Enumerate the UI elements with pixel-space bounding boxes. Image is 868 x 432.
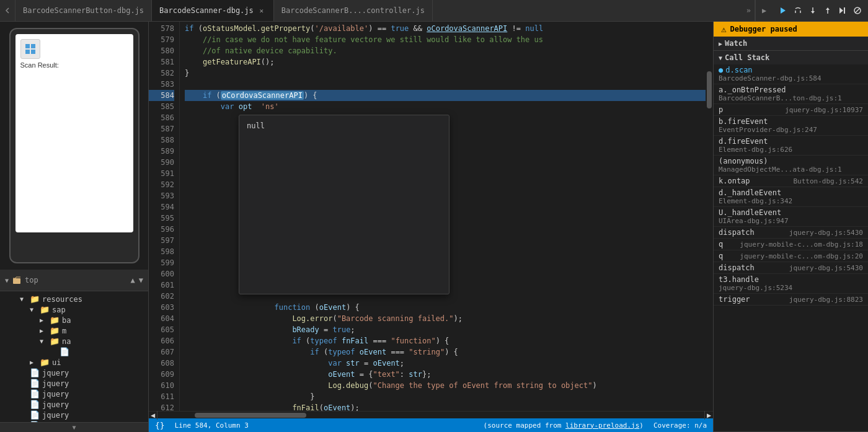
overflow-icon: » [746, 6, 751, 15]
stack-frame-11[interactable]: q jquery-mobile-c...om-dbg.js:20 [714, 250, 868, 262]
stack-frame-14[interactable]: trigger jquery-dbg.js:8823 [714, 294, 868, 306]
scroll-thumb[interactable] [707, 71, 712, 108]
right-panel: ⚠ Debugger paused ▶ Watch ▼ Call Stack [713, 22, 868, 432]
tab-barcode-scanner-controller[interactable]: BarcodeScannerB....controller.js [274, 0, 433, 21]
call-stack-list: ●d.scan BarcodeScanner-dbg.js:584 a._onB… [714, 64, 868, 431]
step-over-button[interactable] [791, 4, 805, 17]
tab-barcode-scanner-button[interactable]: BarcodeScannerButton-dbg.js [16, 0, 152, 21]
scan-result-label: Scan Result: [20, 61, 128, 69]
expand-arrow[interactable]: ▼ [5, 277, 9, 284]
code-line-585: var opt 'ns' [185, 101, 706, 112]
stack-fn-name-6: k.ontap [719, 177, 750, 185]
stack-frame-10[interactable]: q jquery-mobile-c...om-dbg.js:18 [714, 239, 868, 250]
vertical-scrollbar[interactable] [706, 22, 713, 411]
tab-close-button[interactable]: ✕ [257, 6, 266, 15]
watch-section: ▶ Watch [714, 37, 868, 51]
continue-button[interactable] [836, 4, 849, 17]
stack-location-11: jquery-mobile-c...om-dbg.js:20 [740, 252, 863, 260]
tree-item-ui[interactable]: ▶ 📁 ui [0, 357, 148, 368]
scroll-right-button[interactable]: ▶ [704, 411, 713, 420]
tabs-overflow-button[interactable]: » [743, 0, 755, 21]
tree-item-jquery2[interactable]: ▶ 📄 jquery [0, 378, 148, 389]
stack-location-4: Element-dbg.js:626 [719, 146, 863, 154]
stack-frame-0[interactable]: ●d.scan BarcodeScanner-dbg.js:584 [714, 64, 868, 84]
stack-frame-4[interactable]: d.fireEvent Element-dbg.js:626 [714, 136, 868, 156]
pause-resume-button[interactable] [776, 4, 790, 17]
stack-frame-12[interactable]: dispatch jquery-dbg.js:5430 [714, 262, 868, 274]
line-numbers: 578 579 580 581 582 583 584 585 586 587 … [149, 22, 180, 411]
code-line-612: fnFail(oEvent); [185, 402, 706, 411]
tree-item-jquery3[interactable]: ▶ 📄 jquery [0, 389, 148, 399]
stack-fn-name-9: dispatch [719, 228, 755, 237]
code-content[interactable]: if (oStatusModel.getProperty('/available… [180, 22, 706, 411]
stack-location-8: UIArea-dbg.js:947 [719, 217, 863, 225]
warning-icon: ⚠ [721, 24, 726, 34]
debug-toolbar [773, 0, 868, 21]
code-line-606: if (typeof fnFail === "function") { [185, 335, 706, 346]
tree-item-resources[interactable]: ▼ 📁 resources [0, 294, 148, 304]
step-out-button[interactable] [821, 4, 835, 17]
horizontal-scrollbar[interactable]: ◀ ▶ [149, 411, 713, 418]
stack-frame-9[interactable]: dispatch jquery-dbg.js:5430 [714, 227, 868, 239]
stack-frame-6[interactable]: k.ontap Button-dbg.js:542 [714, 175, 868, 187]
scroll-left-button[interactable]: ◀ [149, 411, 157, 420]
tree-item-ba[interactable]: ▶ 📁 ba [0, 315, 148, 325]
tree-actions: ▲ ▼ [131, 276, 143, 284]
call-stack-label: Call Stack [725, 53, 769, 62]
tree-item-sap[interactable]: ▼ 📁 sap [0, 304, 148, 315]
stack-frame-3[interactable]: b.fireEvent EventProvider-dbg.js:247 [714, 116, 868, 136]
tab-label: BarcodeScanner-dbg.js [159, 6, 254, 15]
h-scroll-thumb[interactable] [195, 413, 306, 418]
stack-fn-name-7: d._handleEvent [719, 188, 781, 197]
watch-arrow: ▶ [719, 40, 722, 47]
status-position: Line 584, Column 3 [175, 421, 249, 430]
nav-back-button[interactable] [0, 0, 16, 21]
stack-frame-5[interactable]: (anonymous) ManagedObjectMe...ata-dbg.js… [714, 156, 868, 175]
tree-item-file1[interactable]: ▶ 📄 [0, 346, 148, 357]
code-line-607: if (typeof oEvent === "string") { [185, 346, 706, 358]
tree-item-m[interactable]: ▶ 📁 m [0, 325, 148, 336]
code-line-582: } [185, 68, 706, 79]
code-line-581: getFeatureAPI(); [185, 56, 706, 68]
stack-frame-7[interactable]: d._handleEvent Element-dbg.js:342 [714, 187, 868, 207]
app-icon [20, 39, 40, 59]
code-line-605: bReady = true; [185, 324, 706, 335]
stack-location-12: jquery-dbg.js:5430 [789, 264, 863, 272]
code-line-603: function (oEvent) { [185, 302, 706, 313]
scroll-down-arrow[interactable]: ▼ [139, 276, 143, 284]
stack-frame-1[interactable]: a._onBtnPressed BarcodeScannerB...ton-db… [714, 84, 868, 104]
active-frame-dot: ● [719, 66, 723, 74]
left-panel: Scan Result: ▼ top ▲ ▼ ▼ 📁 resources [0, 22, 149, 432]
tooltip-value: null [247, 121, 265, 130]
stack-frame-8[interactable]: U._handleEvent UIArea-dbg.js:947 [714, 207, 868, 227]
tree-item-jquery5[interactable]: ▶ 📄 jquery [0, 410, 148, 420]
editor-content: 578 579 580 581 582 583 584 585 586 587 … [149, 22, 713, 411]
run-button[interactable]: ▶ [755, 0, 773, 21]
stack-location-5: ManagedObjectMe...ata-dbg.js:1 [719, 165, 863, 174]
scroll-up-arrow[interactable]: ▲ [131, 276, 135, 284]
tree-item-jquery1[interactable]: ▶ 📄 jquery [0, 368, 148, 378]
stack-frame-2[interactable]: p jquery-dbg.js:10937 [714, 104, 868, 116]
tabs-container: BarcodeScannerButton-dbg.js BarcodeScann… [16, 0, 743, 21]
source-map-link[interactable]: library-preload.js [565, 421, 639, 430]
tab-barcode-scanner[interactable]: BarcodeScanner-dbg.js ✕ [152, 0, 274, 21]
tree-item-na[interactable]: ▼ 📁 na [0, 336, 148, 346]
stack-frame-13[interactable]: t3.handle jquery-dbg.js:5234 [714, 274, 868, 294]
watch-header[interactable]: ▶ Watch [714, 37, 868, 50]
stack-fn-name-4: d.fireEvent [719, 137, 768, 146]
tree-item-jquery4[interactable]: ▶ 📄 jquery [0, 399, 148, 410]
tree-down-arrow[interactable]: ▼ [72, 424, 76, 431]
call-stack-header[interactable]: ▼ Call Stack [714, 51, 868, 64]
status-source-map: (source mapped from library-preload.js) [484, 421, 644, 430]
code-line-580: //of native device capability. [185, 45, 706, 56]
deactivate-button[interactable] [851, 4, 864, 17]
step-into-button[interactable] [806, 4, 820, 17]
svg-marker-7 [839, 7, 843, 14]
code-line-579: //in case we do not have feature vectore… [185, 34, 706, 45]
watch-label: Watch [725, 39, 747, 48]
svg-rect-13 [25, 50, 30, 54]
stack-location-10: jquery-mobile-c...om-dbg.js:18 [740, 240, 863, 249]
call-stack-section: ▼ Call Stack ●d.scan BarcodeScanner-dbg.… [714, 51, 868, 432]
status-coverage: Coverage: n/a [653, 421, 707, 430]
status-bar: {} Line 584, Column 3 (source mapped fro… [149, 418, 713, 432]
